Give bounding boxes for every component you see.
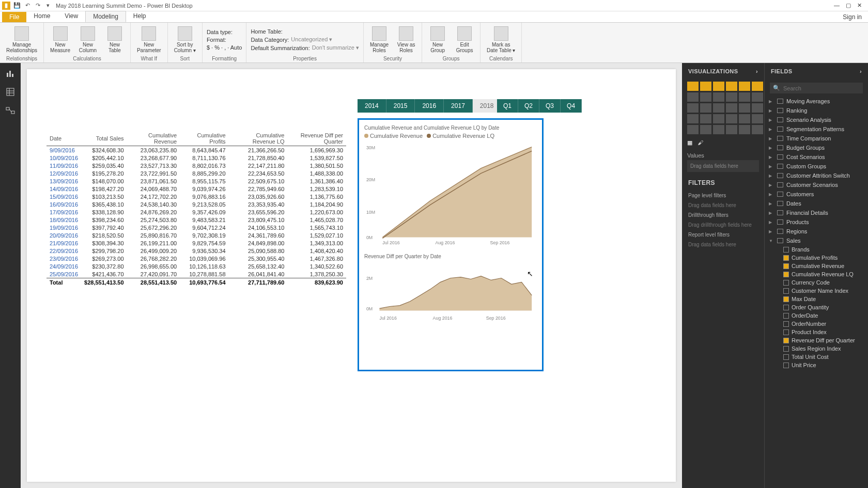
year-button-2014[interactable]: 2014 [358, 99, 386, 113]
viz-type-icon[interactable] [713, 92, 724, 102]
viz-type-icon[interactable] [739, 114, 750, 123]
close-icon[interactable]: ✕ [857, 2, 862, 9]
field-table[interactable]: Ranking [765, 106, 868, 115]
ribbon-button[interactable]: NewColumn [76, 25, 99, 54]
filter-drop-zone[interactable]: Drag data fields here [682, 240, 764, 249]
field-item[interactable]: OrderNumber [765, 320, 868, 328]
field-table[interactable]: Financial Details [765, 208, 868, 217]
fields-well-icon[interactable]: ▦ [687, 139, 692, 146]
ribbon-button[interactable]: EditGroups [453, 25, 476, 54]
quarter-button-Q4[interactable]: Q4 [561, 99, 582, 113]
field-item[interactable]: Customer Name Index [765, 287, 868, 295]
table-row[interactable]: 16/09/2016$365,438.1024,538,140.309,213,… [47, 200, 346, 208]
quarter-button-Q1[interactable]: Q1 [497, 99, 518, 113]
viz-type-icon[interactable] [739, 125, 750, 134]
table-row[interactable]: 15/09/2016$103,213.5024,172,702.209,076,… [47, 193, 346, 200]
year-button-2015[interactable]: 2015 [386, 99, 415, 113]
table-row[interactable]: 11/09/2016$259,035.4023,527,713.308,802,… [47, 162, 346, 169]
quarter-button-Q2[interactable]: Q2 [518, 99, 539, 113]
field-item[interactable]: Cumulative Revenue [765, 262, 868, 270]
field-table[interactable]: Segmentation Patterns [765, 124, 868, 134]
field-table[interactable]: Customer Attrition Switch [765, 171, 868, 180]
tab-home[interactable]: Home [26, 11, 57, 22]
viz-type-icon[interactable] [726, 125, 737, 134]
viz-type-icon[interactable] [700, 103, 711, 113]
table-row[interactable]: 13/09/2016$148,070.0023,871,061.508,955,… [47, 177, 346, 185]
field-table[interactable]: Sales [765, 236, 868, 245]
field-table[interactable]: Budget Groups [765, 143, 868, 152]
ribbon-button[interactable]: NewMeasure [48, 25, 72, 54]
column-header[interactable]: Cumulative Revenue LQ [229, 131, 288, 146]
field-table[interactable]: Scenario Analysis [765, 115, 868, 124]
field-table[interactable]: Custom Groups [765, 162, 868, 171]
table-row[interactable]: 21/09/2016$308,394.3026,199,211.009,829,… [47, 239, 346, 247]
maximize-icon[interactable]: ▢ [846, 2, 851, 9]
field-item[interactable]: Order Quantity [765, 303, 868, 311]
viz-type-icon[interactable] [726, 82, 737, 91]
table-row[interactable]: 19/09/2016$397,792.4025,672,296.209,604,… [47, 224, 346, 231]
field-item[interactable]: Unit Price [765, 361, 868, 369]
viz-type-icon[interactable] [752, 82, 763, 91]
ribbon-button[interactable]: View asRoles [395, 25, 417, 54]
ribbon-button[interactable]: ManageRoles [368, 25, 391, 54]
chevron-right-icon[interactable]: › [756, 68, 758, 74]
viz-type-icon[interactable] [687, 92, 699, 102]
viz-type-icon[interactable] [713, 125, 724, 134]
field-table[interactable]: Cost Scenarios [765, 152, 868, 162]
field-item[interactable]: Cumulative Revenue LQ [765, 270, 868, 278]
field-item[interactable]: Brands [765, 245, 868, 254]
viz-type-icon[interactable] [752, 92, 763, 102]
tab-help[interactable]: Help [126, 11, 153, 22]
viz-type-icon[interactable] [687, 103, 699, 113]
field-table[interactable]: Customer Scenarios [765, 180, 868, 190]
column-header[interactable]: Revenue Diff per Quarter [287, 131, 346, 146]
ribbon-button[interactable]: NewTable [103, 25, 126, 54]
field-item[interactable]: Sales Region Index [765, 344, 868, 353]
filter-drop-zone[interactable]: Drag data fields here [682, 200, 764, 210]
viz-type-icon[interactable] [687, 125, 699, 134]
table-row[interactable]: 23/09/2016$269,273.0026,768,282.2010,039… [47, 255, 346, 262]
data-view-icon[interactable] [4, 86, 17, 98]
report-view-icon[interactable] [4, 67, 17, 80]
field-item[interactable]: Cumulative Profits [765, 254, 868, 262]
selected-visual-group[interactable]: Cumulative Revenue and Cumulative Revenu… [358, 118, 544, 371]
viz-type-icon[interactable] [739, 92, 750, 102]
values-drop-zone[interactable]: Drag data fields here [687, 160, 759, 172]
field-table[interactable]: Time Comparison [765, 134, 868, 143]
ribbon-button[interactable]: ManageRelationships [4, 25, 39, 54]
viz-type-icon[interactable] [739, 82, 750, 91]
viz-type-icon[interactable] [687, 82, 699, 91]
year-button-2016[interactable]: 2016 [415, 99, 444, 113]
qat-dropdown-icon[interactable]: ▾ [44, 2, 52, 9]
undo-icon[interactable]: ↶ [24, 2, 31, 9]
filter-drop-zone[interactable]: Drag drillthrough fields here [682, 220, 764, 230]
viz-type-icon[interactable] [713, 103, 724, 113]
format-well-icon[interactable]: 🖌 [698, 139, 703, 146]
table-row[interactable]: 12/09/2016$195,278.2023,722,991.508,885,… [47, 169, 346, 177]
viz-type-icon[interactable] [700, 114, 711, 123]
file-tab[interactable]: File [2, 12, 26, 22]
viz-type-icon[interactable] [700, 82, 711, 91]
ribbon-button[interactable]: Sort byColumn ▾ [172, 25, 198, 54]
table-row[interactable]: 14/09/2016$198,427.2024,069,488.709,039,… [47, 185, 346, 193]
column-header[interactable]: Total Sales [81, 131, 127, 146]
table-row[interactable]: 22/09/2016$299,798.2026,499,009.209,936,… [47, 247, 346, 255]
viz-type-icon[interactable] [752, 103, 763, 113]
field-item[interactable]: OrderDate [765, 311, 868, 320]
tab-view[interactable]: View [57, 11, 85, 22]
quarter-button-Q3[interactable]: Q3 [539, 99, 561, 113]
chevron-right-icon[interactable]: › [860, 68, 862, 74]
search-input[interactable] [783, 85, 860, 91]
field-item[interactable]: Currency Code [765, 278, 868, 287]
redo-icon[interactable]: ↷ [34, 2, 41, 9]
ribbon-button[interactable]: NewGroup [426, 25, 449, 54]
viz-type-icon[interactable] [739, 103, 750, 113]
column-header[interactable]: Cumulative Profits [180, 131, 228, 146]
revenue-diff-chart[interactable]: Revenue Diff per Quarter by Date 2M 0M J… [359, 250, 542, 330]
viz-type-icon[interactable] [726, 114, 737, 123]
field-item[interactable]: Revenue Diff per Quarter [765, 336, 868, 344]
viz-type-icon[interactable] [713, 114, 724, 123]
field-table[interactable]: Regions [765, 227, 868, 236]
field-table[interactable]: Products [765, 217, 868, 227]
minimize-icon[interactable]: — [834, 2, 840, 9]
